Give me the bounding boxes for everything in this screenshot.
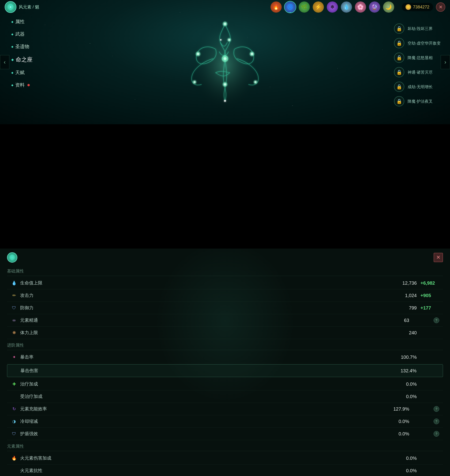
stats-close-button[interactable]: ✕ bbox=[434, 253, 443, 262]
char-tab-8[interactable]: 🔮 bbox=[368, 1, 381, 13]
left-menu: 属性 武器 圣遗物 命之座 天赋 资料 bbox=[9, 18, 35, 89]
pyro-res-icon bbox=[11, 467, 17, 474]
hp-value: 12,736 bbox=[398, 280, 417, 286]
heal-icon: ✚ bbox=[11, 381, 17, 387]
char-tab-4[interactable]: ⚡ bbox=[312, 1, 324, 13]
lock-icon-4: 🔒 bbox=[394, 67, 404, 77]
svg-point-20 bbox=[12, 257, 13, 258]
stat-row-pyro-res: 火元素抗性 0.0% bbox=[7, 464, 443, 476]
def-icon: 🛡 bbox=[11, 305, 17, 311]
char-tab-5[interactable]: ❄ bbox=[326, 1, 338, 13]
close-button[interactable]: ✕ bbox=[436, 2, 445, 12]
svg-point-12 bbox=[193, 80, 196, 84]
incoming-heal-label: 受治疗加成 bbox=[20, 393, 398, 399]
hp-icon: 💧 bbox=[11, 280, 17, 286]
stat-row-stamina: ❋ 体力上限 240 bbox=[7, 327, 443, 339]
game-area: 风元素 / 魈 🔥 🌀 🌿 ⚡ ❄ 💧 🌸 🔮 🌙 🪙 7384272 ✕ 属性… bbox=[0, 0, 450, 124]
top-bar: 风元素 / 魈 🔥 🌀 🌿 ⚡ ❄ 💧 🌸 🔮 🌙 🪙 7384272 ✕ bbox=[0, 0, 450, 14]
cd-icon: ◑ bbox=[11, 418, 17, 425]
character-tabs: 🔥 🌀 🌿 ⚡ ❄ 💧 🌸 🔮 🌙 bbox=[270, 1, 395, 13]
constellation-item-2: 🔒 空劫·虚空华开敌变 bbox=[394, 38, 441, 48]
scrollable-stats[interactable]: 基础属性 💧 生命值上限 12,736 +6,982 ✏ 攻击力 1,024 +… bbox=[0, 265, 450, 476]
stats-panel: ✕ 基础属性 💧 生命值上限 12,736 +6,982 ✏ 攻击力 1,024… bbox=[0, 249, 450, 476]
stats-header: ✕ bbox=[0, 249, 450, 265]
def-bonus: +177 bbox=[420, 305, 439, 311]
constellation-item-6: 🔒 降魔·护法夜叉 bbox=[394, 96, 441, 107]
er-value: 127.9% bbox=[391, 406, 409, 412]
menu-item-stats[interactable]: 属性 bbox=[9, 18, 35, 26]
cd-help[interactable]: ? bbox=[434, 419, 439, 424]
svg-point-6 bbox=[220, 39, 221, 41]
char-tab-6[interactable]: 💧 bbox=[340, 1, 353, 13]
stats-logo bbox=[7, 252, 17, 263]
em-help[interactable]: ? bbox=[434, 317, 439, 323]
constellation-item-4: 🔒 神通·诸苦灭尽 bbox=[394, 67, 441, 77]
svg-point-5 bbox=[227, 38, 231, 42]
svg-point-14 bbox=[254, 80, 257, 84]
lock-icon-2: 🔒 bbox=[394, 38, 404, 48]
char-tab-3[interactable]: 🌿 bbox=[298, 1, 310, 13]
svg-point-16 bbox=[222, 55, 228, 62]
crit-rate-label: 暴击率 bbox=[20, 354, 398, 360]
stat-row-cd: ◑ 冷却缩减 0.0% ? bbox=[7, 415, 443, 428]
def-value: 799 bbox=[398, 305, 417, 311]
constellation-name-3: 降魔·忿怒显相 bbox=[408, 55, 433, 60]
char-tab-9[interactable]: 🌙 bbox=[383, 1, 395, 13]
stat-row-crit-dmg: 暴击伤害 132.4% bbox=[7, 364, 443, 377]
heal-value: 0.0% bbox=[398, 381, 417, 387]
pyro-res-value: 0.0% bbox=[398, 468, 417, 473]
constellation-name-6: 降魔·护法夜叉 bbox=[408, 99, 433, 104]
constellation-item-1: 🔒 坏劫·毁坏三界 bbox=[394, 24, 441, 34]
nav-arrow-right[interactable]: › bbox=[441, 55, 450, 69]
coin-display: 🪙 7384272 bbox=[402, 3, 433, 11]
hp-bonus: +6,982 bbox=[420, 280, 439, 286]
char-tab-1[interactable]: 🔥 bbox=[270, 1, 282, 13]
heal-label: 治疗加成 bbox=[20, 381, 398, 387]
shield-label: 护盾强效 bbox=[20, 431, 391, 437]
pyro-dmg-value: 0.0% bbox=[398, 456, 417, 461]
constellation-name-2: 空劫·虚空华开敌变 bbox=[408, 41, 441, 46]
coin-icon: 🪙 bbox=[405, 4, 411, 10]
stat-row-crit-rate: ✦ 暴击率 100.7% bbox=[7, 351, 443, 363]
er-icon: ↻ bbox=[11, 406, 17, 412]
shield-help[interactable]: ? bbox=[434, 431, 439, 437]
menu-item-profile[interactable]: 资料 bbox=[9, 81, 35, 89]
atk-value: 1,024 bbox=[398, 293, 417, 298]
stat-row-shield: 🛡 护盾强效 0.0% ? bbox=[7, 428, 443, 440]
pyro-res-label: 火元素抗性 bbox=[20, 468, 398, 474]
menu-item-talents[interactable]: 天赋 bbox=[9, 68, 35, 77]
er-help[interactable]: ? bbox=[434, 406, 439, 412]
stat-row-er: ↻ 元素充能效率 127.9% ? bbox=[7, 403, 443, 415]
char-tab-7[interactable]: 🌸 bbox=[354, 1, 367, 13]
svg-point-19 bbox=[224, 100, 226, 102]
crit-dmg-value: 132.4% bbox=[398, 368, 416, 374]
lock-icon-5: 🔒 bbox=[394, 82, 404, 92]
constellation-list: 🔒 坏劫·毁坏三界 🔒 空劫·虚空华开敌变 🔒 降魔·忿怒显相 🔒 神通·诸苦灭… bbox=[394, 24, 441, 107]
er-label: 元素充能效率 bbox=[20, 406, 391, 412]
stat-row-heal: ✚ 治疗加成 0.0% bbox=[7, 378, 443, 390]
stat-row-incoming-heal: 受治疗加成 0.0% bbox=[7, 390, 443, 403]
shield-icon: 🛡 bbox=[11, 430, 17, 437]
shield-value: 0.0% bbox=[391, 431, 409, 437]
svg-point-0 bbox=[10, 6, 11, 8]
basic-stats-header: 基础属性 bbox=[7, 265, 443, 276]
crit-dmg-label: 暴击伤害 bbox=[20, 368, 398, 374]
stat-row-hp: 💧 生命值上限 12,736 +6,982 bbox=[7, 277, 443, 289]
char-tab-2[interactable]: 🌀 bbox=[284, 1, 296, 13]
crit-rate-value: 100.7% bbox=[398, 355, 417, 360]
coin-amount: 7384272 bbox=[413, 5, 429, 10]
menu-item-weapon[interactable]: 武器 bbox=[9, 30, 35, 38]
nav-arrow-left[interactable]: ‹ bbox=[0, 55, 9, 69]
advanced-stats-header: 进阶属性 bbox=[7, 339, 443, 350]
atk-bonus: +905 bbox=[420, 293, 439, 298]
lock-icon-3: 🔒 bbox=[394, 53, 404, 63]
stamina-icon: ❋ bbox=[11, 329, 17, 336]
svg-point-3 bbox=[223, 22, 227, 26]
em-icon: ∞ bbox=[11, 317, 17, 324]
atk-icon: ✏ bbox=[11, 292, 17, 299]
menu-item-constellation[interactable]: 命之座 bbox=[9, 55, 35, 64]
stamina-label: 体力上限 bbox=[20, 330, 398, 336]
constellation-item-5: 🔒 成劫·无明增长 bbox=[394, 82, 441, 92]
menu-item-artifacts[interactable]: 圣遗物 bbox=[9, 42, 35, 51]
stat-row-atk: ✏ 攻击力 1,024 +905 bbox=[7, 289, 443, 302]
